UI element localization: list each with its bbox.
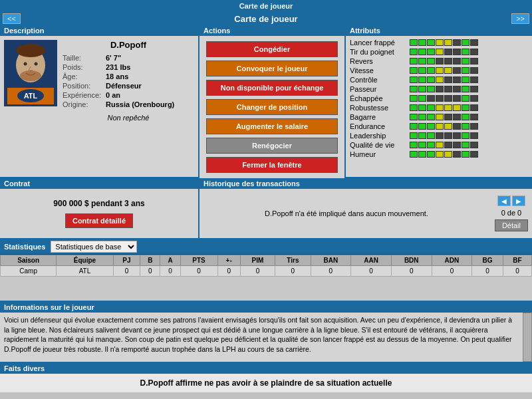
bar-segment bbox=[444, 49, 452, 55]
bar-segment bbox=[470, 58, 478, 65]
table-cell: 0 bbox=[351, 266, 392, 277]
experience-value: 0 an bbox=[106, 91, 120, 99]
bar-segment bbox=[436, 104, 444, 111]
info-scrollbar[interactable] bbox=[523, 313, 532, 362]
attribute-name: Échappée bbox=[350, 94, 410, 102]
table-cell: 0 bbox=[217, 266, 240, 277]
bar-segment bbox=[410, 142, 418, 148]
congédier-button[interactable]: Congédier bbox=[206, 41, 338, 57]
bar-segment bbox=[462, 132, 469, 139]
attribute-row: Humeur bbox=[350, 150, 528, 158]
bar-segment bbox=[444, 58, 452, 65]
window-title: Carte de joueur bbox=[239, 2, 293, 10]
attribute-bars bbox=[410, 39, 478, 46]
bar-segment bbox=[410, 76, 418, 83]
attribute-name: Revers bbox=[350, 57, 410, 65]
contract-body: 900 000 $ pendant 3 ans Contrat détaillé bbox=[0, 189, 198, 238]
attributes-header: Attributs bbox=[346, 25, 532, 36]
fermer-fenetre-button[interactable]: Fermer la fenêtre bbox=[206, 157, 338, 173]
history-next-button[interactable]: ▶ bbox=[512, 196, 525, 206]
contract-detail-button[interactable]: Contrat détaillé bbox=[65, 213, 133, 228]
nav-next-button[interactable]: >> bbox=[511, 13, 529, 24]
player-info: D.Popoff Taille: 6' 7" Poids: 231 lbs Âg… bbox=[63, 40, 194, 173]
attribute-bars bbox=[410, 123, 478, 130]
origin-label: Origine: bbox=[63, 100, 106, 108]
attributes-body: Lancer frappéTir du poignetReversVitesse… bbox=[346, 36, 532, 177]
player-photo: ATL bbox=[4, 40, 57, 106]
nav-prev-button[interactable]: << bbox=[3, 13, 21, 24]
actions-body: Congédier Convoquer le joueur Non dispon… bbox=[200, 36, 344, 178]
attribute-row: Échappée bbox=[350, 94, 528, 102]
attribute-bars bbox=[410, 49, 478, 55]
bar-segment bbox=[436, 49, 444, 55]
bar-segment bbox=[418, 151, 426, 158]
table-cell: Camp bbox=[1, 266, 57, 277]
history-prev-button[interactable]: ◀ bbox=[497, 196, 511, 206]
bar-segment bbox=[453, 132, 461, 139]
attribute-name: Endurance bbox=[350, 122, 410, 130]
attribute-name: Bagarre bbox=[350, 113, 410, 121]
col-pts: PTS bbox=[180, 255, 217, 266]
bar-segment bbox=[418, 95, 426, 102]
history-detail-button[interactable]: Détail bbox=[495, 219, 528, 231]
bar-segment bbox=[470, 132, 478, 139]
col-equipe: Équipe bbox=[57, 255, 113, 266]
col-bf: BF bbox=[503, 255, 531, 266]
bar-segment bbox=[462, 67, 469, 74]
bar-segment bbox=[436, 142, 444, 148]
player-info-text: Voici un défenseur qui évolue exactement… bbox=[0, 313, 523, 362]
bar-segment bbox=[444, 76, 452, 83]
bar-segment bbox=[453, 95, 461, 102]
bar-segment bbox=[427, 76, 435, 83]
top-navigation: << Carte de joueur >> bbox=[0, 12, 532, 25]
renégocier-button[interactable]: Renégocier bbox=[206, 138, 338, 154]
attribute-row: Leadership bbox=[350, 132, 528, 140]
bar-segment bbox=[453, 49, 461, 55]
col-pm: +- bbox=[217, 255, 240, 266]
bar-segment bbox=[470, 76, 478, 83]
bar-segment bbox=[444, 39, 452, 46]
statistics-label: Statistiques bbox=[4, 243, 45, 251]
bar-segment bbox=[410, 67, 418, 74]
bar-segment bbox=[418, 67, 426, 74]
bar-segment bbox=[436, 67, 444, 74]
bar-segment bbox=[436, 58, 444, 65]
bar-segment bbox=[453, 76, 461, 83]
bar-segment bbox=[427, 151, 435, 158]
weight-label: Poids: bbox=[63, 63, 106, 71]
attribute-row: Robustesse bbox=[350, 104, 528, 112]
attribute-bars bbox=[410, 142, 478, 148]
actions-header: Actions bbox=[200, 25, 344, 36]
bar-segment bbox=[462, 104, 469, 111]
bar-segment bbox=[444, 86, 452, 92]
description-panel: Description bbox=[0, 25, 200, 177]
height-value: 6' 7" bbox=[106, 54, 121, 62]
bar-segment bbox=[453, 39, 461, 46]
statistics-select[interactable]: Statistiques de base Statistiques avancé… bbox=[51, 241, 137, 253]
table-cell: 0 bbox=[160, 266, 180, 277]
player-status: Non repêché bbox=[63, 114, 194, 122]
convoquer-button[interactable]: Convoquer le joueur bbox=[206, 61, 338, 76]
bar-segment bbox=[418, 76, 426, 83]
col-a: A bbox=[160, 255, 180, 266]
bar-segment bbox=[418, 104, 426, 111]
attribute-name: Passeur bbox=[350, 85, 410, 93]
bar-segment bbox=[470, 142, 478, 148]
attribute-row: Contrôle bbox=[350, 76, 528, 84]
attribute-row: Qualité de vie bbox=[350, 141, 528, 149]
non-disponible-button[interactable]: Non disponible pour échange bbox=[206, 80, 338, 96]
augmenter-salaire-button[interactable]: Augmenter le salaire bbox=[206, 118, 338, 134]
position-label: Position: bbox=[63, 82, 106, 90]
changer-position-button[interactable]: Changer de position bbox=[206, 99, 338, 115]
description-header: Description bbox=[0, 25, 198, 36]
bar-segment bbox=[444, 142, 452, 148]
attribute-bars bbox=[410, 104, 478, 111]
bar-segment bbox=[427, 123, 435, 130]
table-row: CampATL0000000000000 bbox=[1, 266, 532, 277]
bar-segment bbox=[427, 104, 435, 111]
bar-segment bbox=[436, 95, 444, 102]
table-cell: 0 bbox=[432, 266, 472, 277]
col-bdn: BDN bbox=[391, 255, 432, 266]
bar-segment bbox=[427, 58, 435, 65]
bar-segment bbox=[470, 39, 478, 46]
